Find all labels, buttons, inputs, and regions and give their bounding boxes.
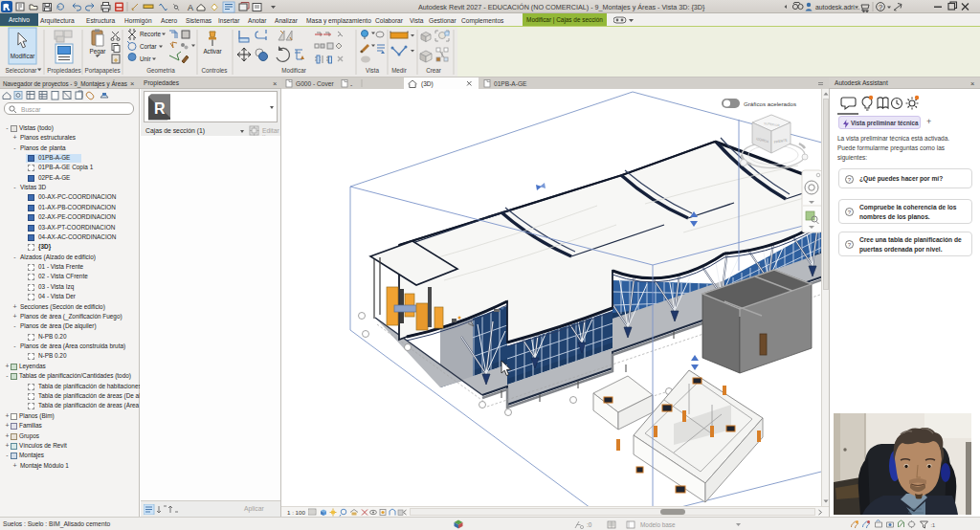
svg-text:Autodesk Revit 2027 - EDUCACIÓ: Autodesk Revit 2027 - EDUCACIÓN (NO COME… xyxy=(418,3,705,11)
svg-text::1: :1 xyxy=(931,522,936,528)
svg-text:Cortar: Cortar xyxy=(140,43,157,50)
svg-text:autodesk.adri...: autodesk.adri... xyxy=(815,4,860,11)
svg-text:?: ? xyxy=(848,210,852,215)
svg-text:(3D): (3D) xyxy=(421,80,434,88)
svg-text:01PB-A-GE: 01PB-A-GE xyxy=(494,80,527,87)
svg-text:Medir: Medir xyxy=(391,67,407,74)
svg-text:Gráficos acelerados: Gráficos acelerados xyxy=(744,100,796,107)
svg-text:Geometría: Geometría xyxy=(146,67,175,74)
svg-text:?: ? xyxy=(848,177,852,183)
svg-text:Activar: Activar xyxy=(203,48,221,55)
svg-text:-: - xyxy=(350,81,352,88)
svg-text:Pegar: Pegar xyxy=(90,48,106,55)
svg-text:Modificar: Modificar xyxy=(11,53,35,59)
svg-text:G000 - Cover: G000 - Cover xyxy=(296,80,334,87)
svg-text:?: ? xyxy=(879,3,882,11)
svg-text:R: R xyxy=(154,100,166,117)
svg-text:A: A xyxy=(188,3,193,12)
svg-text:Crear: Crear xyxy=(426,67,441,74)
svg-text:?: ? xyxy=(848,242,852,248)
svg-text:Controles: Controles xyxy=(202,67,228,74)
svg-text:Vista: Vista xyxy=(366,67,379,74)
svg-text::0: :0 xyxy=(587,521,592,528)
svg-text:Modelo base: Modelo base xyxy=(640,521,676,528)
svg-text:Modificar: Modificar xyxy=(281,67,306,74)
svg-text:Portapapeles: Portapapeles xyxy=(84,67,120,75)
svg-text:Propiedades: Propiedades xyxy=(47,67,80,75)
svg-text:Recorte: Recorte xyxy=(140,31,162,37)
svg-text:Unir: Unir xyxy=(140,55,151,62)
svg-text:Seleccionar: Seleccionar xyxy=(6,67,37,74)
